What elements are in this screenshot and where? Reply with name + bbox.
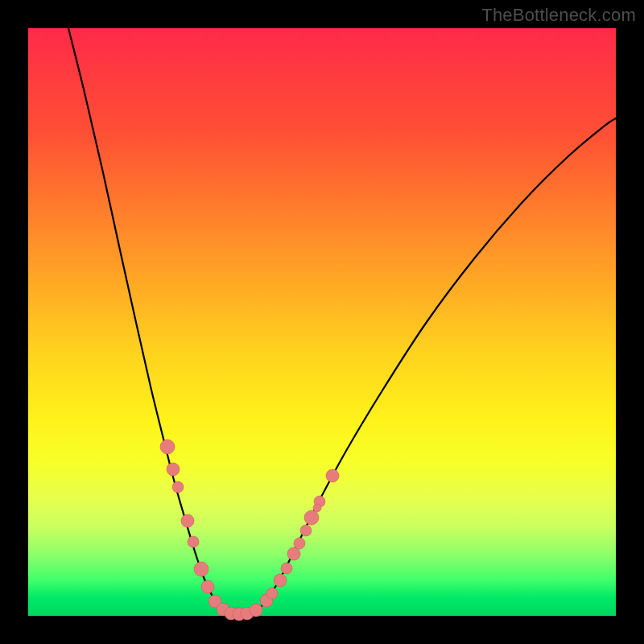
- curve-left-branch: [68, 28, 231, 613]
- data-marker: [281, 563, 292, 574]
- data-marker: [304, 510, 319, 525]
- data-marker: [194, 562, 208, 576]
- data-marker: [266, 588, 278, 599]
- data-marker: [300, 525, 312, 536]
- data-marker: [274, 574, 287, 587]
- data-marker: [313, 504, 321, 512]
- curve-svg: [28, 28, 616, 616]
- data-marker: [287, 547, 300, 560]
- plot-area: [28, 28, 616, 616]
- curve-markers: [160, 440, 339, 621]
- data-marker: [160, 440, 175, 454]
- data-marker: [167, 463, 180, 476]
- data-marker: [201, 580, 214, 593]
- data-marker: [250, 604, 262, 617]
- data-marker: [294, 538, 305, 549]
- data-marker: [326, 469, 339, 482]
- data-marker: [181, 514, 194, 527]
- watermark-text: TheBottleneck.com: [481, 5, 636, 26]
- data-marker: [188, 536, 199, 547]
- outer-frame: TheBottleneck.com: [0, 0, 644, 644]
- curve-right-branch: [252, 118, 616, 613]
- data-marker: [172, 481, 184, 493]
